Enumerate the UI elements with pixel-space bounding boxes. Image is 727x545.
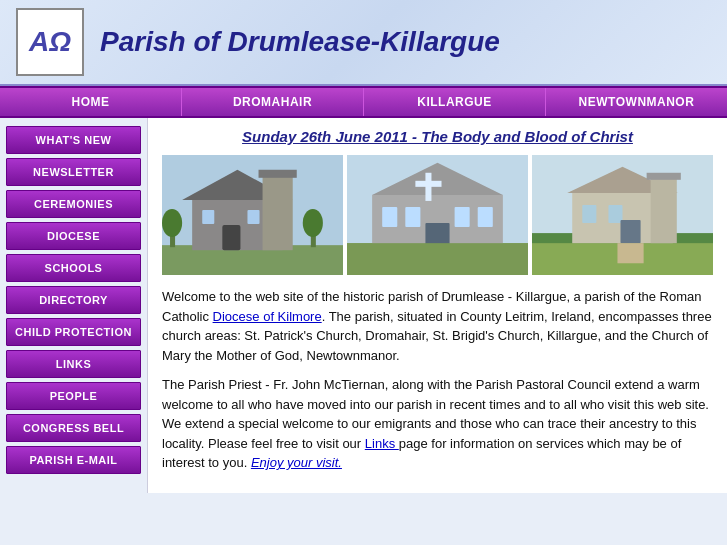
svg-rect-5 xyxy=(259,170,297,178)
svg-rect-6 xyxy=(222,225,240,250)
nav-item-home[interactable]: HOME xyxy=(0,88,182,116)
logo-box: AΩ xyxy=(16,8,84,76)
sidebar-btn-whats-new[interactable]: WHAT'S NEW xyxy=(6,126,141,154)
sidebar-btn-ceremonies[interactable]: CEREMONIES xyxy=(6,190,141,218)
sidebar-btn-newsletter[interactable]: NEWSLETTER xyxy=(6,158,141,186)
svg-rect-8 xyxy=(247,210,259,224)
sidebar-btn-child-protection[interactable]: CHILD PROTECTION xyxy=(6,318,141,346)
site-header: AΩ Parish of Drumlease-Killargue xyxy=(0,0,727,86)
welcome-paragraph-1: Welcome to the web site of the historic … xyxy=(162,287,713,365)
main-layout: WHAT'S NEWNEWSLETTERCEREMONIESDIOCESESCH… xyxy=(0,118,727,493)
church-images xyxy=(162,155,713,275)
sidebar-btn-diocese[interactable]: DIOCESE xyxy=(6,222,141,250)
nav-item-newtownmanor[interactable]: NEWTOWNMANOR xyxy=(546,88,727,116)
church-image-2 xyxy=(347,155,528,275)
sidebar-btn-parish-email[interactable]: PARISH E-MAIL xyxy=(6,446,141,474)
svg-rect-21 xyxy=(455,207,470,227)
svg-rect-20 xyxy=(405,207,420,227)
site-title: Parish of Drumlease-Killargue xyxy=(100,26,500,58)
date-heading: Sunday 26th June 2011 - The Body and Blo… xyxy=(162,128,713,145)
sidebar-btn-people[interactable]: PEOPLE xyxy=(6,382,141,410)
svg-rect-32 xyxy=(582,205,596,223)
logo-alpha-omega: AΩ xyxy=(29,26,71,58)
enjoy-link[interactable]: Enjoy your visit. xyxy=(251,455,342,470)
welcome-text: Welcome to the web site of the historic … xyxy=(162,287,713,473)
svg-rect-24 xyxy=(347,243,528,275)
nav-bar: HOMEDROMAHAIRKILLARGUENEWTOWNMANOR xyxy=(0,86,727,118)
svg-rect-22 xyxy=(478,207,493,227)
sidebar-btn-congress-bell[interactable]: CONGRESS BELL xyxy=(6,414,141,442)
nav-item-dromahair[interactable]: DROMAHAIR xyxy=(182,88,364,116)
content-area: Sunday 26th June 2011 - The Body and Blo… xyxy=(148,118,727,493)
svg-point-12 xyxy=(303,209,323,237)
welcome-paragraph-2: The Parish Priest - Fr. John McTiernan, … xyxy=(162,375,713,473)
svg-rect-23 xyxy=(425,223,449,245)
church-image-3 xyxy=(532,155,713,275)
svg-point-10 xyxy=(162,209,182,237)
svg-rect-18 xyxy=(415,181,441,187)
svg-rect-17 xyxy=(425,173,431,201)
links-link[interactable]: Links xyxy=(365,436,399,451)
sidebar-btn-schools[interactable]: SCHOOLS xyxy=(6,254,141,282)
svg-rect-31 xyxy=(647,173,681,180)
svg-rect-19 xyxy=(382,207,397,227)
nav-item-killargue[interactable]: KILLARGUE xyxy=(364,88,546,116)
svg-rect-30 xyxy=(651,177,677,243)
svg-rect-33 xyxy=(608,205,622,223)
sidebar-btn-links[interactable]: LINKS xyxy=(6,350,141,378)
svg-rect-7 xyxy=(202,210,214,224)
svg-rect-35 xyxy=(617,243,643,263)
svg-rect-34 xyxy=(620,220,640,243)
sidebar-btn-directory[interactable]: DIRECTORY xyxy=(6,286,141,314)
diocese-link[interactable]: Diocese of Kilmore xyxy=(213,309,322,324)
church-image-1 xyxy=(162,155,343,275)
sidebar: WHAT'S NEWNEWSLETTERCEREMONIESDIOCESESCH… xyxy=(0,118,148,493)
svg-rect-4 xyxy=(263,175,293,250)
